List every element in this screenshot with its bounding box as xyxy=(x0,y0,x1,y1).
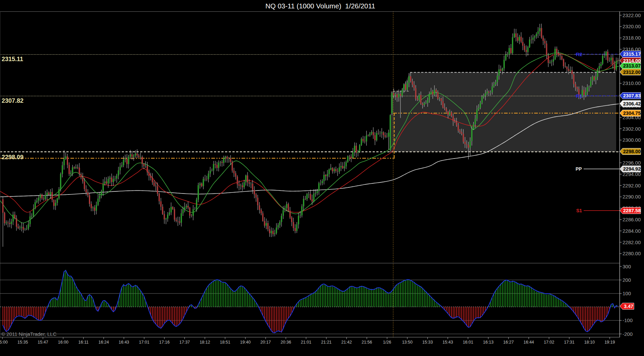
svg-text:2284.00: 2284.00 xyxy=(623,228,641,234)
svg-text:17:01: 17:01 xyxy=(139,340,149,345)
svg-text:2282.00: 2282.00 xyxy=(623,239,641,245)
svg-text:15:43: 15:43 xyxy=(442,340,453,345)
svg-text:-200: -200 xyxy=(623,331,633,337)
svg-text:16:11: 16:11 xyxy=(78,340,89,345)
svg-text:100: 100 xyxy=(623,291,631,296)
svg-text:21:21: 21:21 xyxy=(321,340,331,345)
svg-text:2315.11: 2315.11 xyxy=(2,56,23,62)
svg-text:1/26: 1/26 xyxy=(383,340,391,345)
svg-text:2312.00: 2312.00 xyxy=(623,70,641,75)
svg-text:S1: S1 xyxy=(576,208,582,213)
svg-text:200: 200 xyxy=(623,277,631,283)
svg-text:18:51: 18:51 xyxy=(220,340,230,345)
svg-text:18:12: 18:12 xyxy=(200,340,210,345)
svg-text:15:00: 15:00 xyxy=(0,340,8,345)
svg-text:2306.42: 2306.42 xyxy=(623,101,641,106)
svg-text:16:13: 16:13 xyxy=(483,340,493,345)
svg-text:2300.00: 2300.00 xyxy=(623,137,641,143)
svg-text:16:43: 16:43 xyxy=(119,340,129,345)
svg-text:21:42: 21:42 xyxy=(341,340,352,345)
svg-text:2286.00: 2286.00 xyxy=(623,217,641,222)
svg-text:2320.00: 2320.00 xyxy=(623,24,641,29)
svg-text:2315.17: 2315.17 xyxy=(623,51,641,57)
svg-text:18:10: 18:10 xyxy=(584,340,595,345)
svg-text:20:36: 20:36 xyxy=(281,340,291,345)
svg-text:17:02: 17:02 xyxy=(544,340,554,345)
svg-text:2298.00: 2298.00 xyxy=(623,149,641,154)
svg-text:17:16: 17:16 xyxy=(159,340,169,345)
svg-text:300: 300 xyxy=(623,264,631,269)
svg-text:13:50: 13:50 xyxy=(402,340,413,345)
svg-text:R1: R1 xyxy=(576,93,582,99)
svg-text:2296.00: 2296.00 xyxy=(623,160,641,166)
svg-text:17:37: 17:37 xyxy=(179,340,190,345)
svg-text:21:01: 21:01 xyxy=(301,340,311,345)
svg-text:2313.07: 2313.07 xyxy=(623,63,641,69)
svg-text:20:17: 20:17 xyxy=(260,340,271,345)
svg-text:2307.82: 2307.82 xyxy=(2,97,23,104)
svg-text:2287.58: 2287.58 xyxy=(623,208,641,213)
svg-text:2302.00: 2302.00 xyxy=(623,126,641,132)
svg-text:2307.83: 2307.83 xyxy=(623,93,641,98)
svg-text:2304.75: 2304.75 xyxy=(623,110,641,116)
svg-text:21:56: 21:56 xyxy=(362,340,372,345)
svg-text:3.47: 3.47 xyxy=(624,304,633,309)
svg-text:16:27: 16:27 xyxy=(503,340,514,345)
svg-text:16:44: 16:44 xyxy=(524,340,534,345)
svg-text:19:19: 19:19 xyxy=(604,340,615,345)
svg-text:2298.09: 2298.09 xyxy=(2,154,23,161)
svg-text:2280.00: 2280.00 xyxy=(623,251,641,256)
svg-text:2290.00: 2290.00 xyxy=(623,194,641,199)
svg-text:15:35: 15:35 xyxy=(17,340,28,345)
svg-text:2292.00: 2292.00 xyxy=(623,183,641,188)
svg-text:-100: -100 xyxy=(623,317,633,323)
svg-text:17:31: 17:31 xyxy=(564,340,574,345)
svg-text:PP: PP xyxy=(576,166,582,172)
svg-text:R2: R2 xyxy=(576,51,582,57)
svg-text:15:47: 15:47 xyxy=(38,340,48,345)
svg-text:2322.00: 2322.00 xyxy=(623,12,641,18)
svg-text:NQ 03-11 (1000 Volume) 1/26/2: NQ 03-11 (1000 Volume) 1/26/2011 xyxy=(265,2,375,10)
svg-text:2310.00: 2310.00 xyxy=(623,80,641,86)
svg-text:2294.92: 2294.92 xyxy=(623,166,641,172)
svg-text:16:01: 16:01 xyxy=(463,340,473,345)
svg-text:16:24: 16:24 xyxy=(98,340,109,345)
svg-text:2318.00: 2318.00 xyxy=(623,35,641,41)
svg-text:16:00: 16:00 xyxy=(58,340,68,345)
svg-text:19:40: 19:40 xyxy=(240,340,251,345)
svg-text:15:33: 15:33 xyxy=(422,340,433,345)
